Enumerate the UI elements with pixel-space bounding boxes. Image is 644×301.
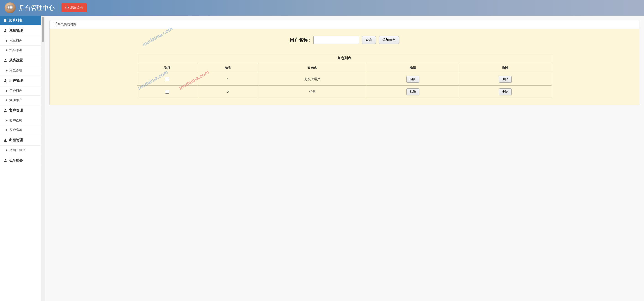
delete-button[interactable]: 删除 bbox=[499, 88, 512, 95]
row-name: 销售 bbox=[258, 86, 366, 98]
panel-header: 角色信息管理 bbox=[50, 20, 639, 29]
menu-group-1[interactable]: 系统设置 bbox=[0, 55, 41, 66]
menu-item-label: 查询出租单 bbox=[9, 148, 25, 152]
col-delete: 删除 bbox=[459, 63, 552, 73]
app-header: 后台管理中心 退出登录 bbox=[0, 0, 644, 16]
menu-group-5[interactable]: 租车服务 bbox=[0, 155, 41, 166]
menu-item-4-0[interactable]: 查询出租单 bbox=[0, 146, 41, 155]
logout-button[interactable]: 退出登录 bbox=[62, 4, 87, 12]
panel-title: 角色信息管理 bbox=[57, 23, 76, 27]
power-icon bbox=[66, 6, 69, 9]
col-name: 角色名 bbox=[258, 63, 366, 73]
edit-icon bbox=[53, 23, 56, 26]
col-select: 选择 bbox=[137, 63, 198, 73]
menu-group-label: 租车服务 bbox=[9, 158, 23, 163]
menu-group-3[interactable]: 客户管理 bbox=[0, 105, 41, 116]
sidebar-scrollbar[interactable] bbox=[41, 16, 45, 301]
menu-item-1-0[interactable]: 角色管理 bbox=[0, 66, 41, 75]
role-table: 角色列表 选择 编号 角色名 编辑 删除 1超级管理员编辑删除2销售编辑删除 bbox=[137, 53, 552, 98]
row-checkbox[interactable] bbox=[165, 90, 169, 94]
user-icon bbox=[4, 159, 7, 162]
caret-right-icon bbox=[6, 49, 8, 51]
user-icon bbox=[4, 109, 7, 112]
caret-right-icon bbox=[6, 120, 8, 122]
menu-item-label: 用户列表 bbox=[9, 89, 22, 93]
menu-item-label: 汽车添加 bbox=[9, 48, 22, 52]
table-header-row: 选择 编号 角色名 编辑 删除 bbox=[137, 63, 552, 73]
row-checkbox[interactable] bbox=[165, 77, 169, 81]
table-row: 1超级管理员编辑删除 bbox=[137, 73, 552, 86]
row-name: 超级管理员 bbox=[258, 73, 366, 86]
search-button[interactable]: 查询 bbox=[362, 36, 376, 44]
user-icon bbox=[4, 29, 7, 33]
search-label: 用户名称 : bbox=[290, 37, 310, 43]
menu-item-label: 客户添加 bbox=[9, 128, 22, 132]
panel: 角色信息管理 用户名称 : 查询 添加角色 角色列表 选择 编号 bbox=[49, 20, 640, 105]
delete-button[interactable]: 删除 bbox=[499, 76, 512, 83]
edit-button[interactable]: 编辑 bbox=[406, 76, 419, 83]
sidebar: 菜单列表 汽车管理汽车列表汽车添加系统设置角色管理用户管理用户列表添加用户客户管… bbox=[0, 16, 41, 301]
col-edit: 编辑 bbox=[367, 63, 459, 73]
panel-body: 用户名称 : 查询 添加角色 角色列表 选择 编号 角色名 编辑 删除 bbox=[50, 29, 639, 105]
user-icon bbox=[4, 79, 7, 83]
add-role-button[interactable]: 添加角色 bbox=[378, 36, 399, 44]
app-title: 后台管理中心 bbox=[19, 4, 54, 12]
menu-item-label: 添加用户 bbox=[9, 98, 22, 102]
menu-group-label: 客户管理 bbox=[9, 108, 23, 113]
col-id: 编号 bbox=[198, 63, 258, 73]
table-title-row: 角色列表 bbox=[137, 53, 552, 63]
search-row: 用户名称 : 查询 添加角色 bbox=[56, 36, 632, 44]
row-id: 2 bbox=[198, 86, 258, 98]
avatar[interactable] bbox=[4, 2, 16, 13]
menu-item-2-1[interactable]: 添加用户 bbox=[0, 96, 41, 105]
menu-item-label: 角色管理 bbox=[9, 69, 22, 73]
scrollbar-thumb[interactable] bbox=[42, 17, 44, 42]
main-content: 角色信息管理 用户名称 : 查询 添加角色 角色列表 选择 编号 bbox=[45, 16, 644, 301]
menu-item-2-0[interactable]: 用户列表 bbox=[0, 86, 41, 96]
menu-group-label: 系统设置 bbox=[9, 58, 23, 63]
list-icon bbox=[4, 20, 6, 22]
row-id: 1 bbox=[198, 73, 258, 86]
table-title: 角色列表 bbox=[137, 53, 552, 63]
user-icon bbox=[4, 139, 7, 142]
caret-right-icon bbox=[6, 70, 8, 72]
menu-group-label: 汽车管理 bbox=[9, 29, 23, 33]
user-icon bbox=[4, 59, 7, 62]
menu-header-label: 菜单列表 bbox=[9, 18, 22, 23]
menu-item-label: 客户查询 bbox=[9, 119, 22, 123]
menu-group-0[interactable]: 汽车管理 bbox=[0, 25, 41, 36]
menu-group-label: 出租管理 bbox=[9, 138, 23, 142]
logout-label: 退出登录 bbox=[70, 6, 83, 10]
menu-header[interactable]: 菜单列表 bbox=[0, 16, 41, 25]
caret-right-icon bbox=[6, 99, 8, 101]
username-input[interactable] bbox=[313, 36, 359, 44]
table-row: 2销售编辑删除 bbox=[137, 86, 552, 98]
menu-group-2[interactable]: 用户管理 bbox=[0, 75, 41, 86]
menu-item-0-1[interactable]: 汽车添加 bbox=[0, 46, 41, 55]
caret-right-icon bbox=[6, 129, 8, 131]
menu-group-label: 用户管理 bbox=[9, 79, 23, 83]
menu-item-3-0[interactable]: 客户查询 bbox=[0, 116, 41, 125]
menu-group-4[interactable]: 出租管理 bbox=[0, 135, 41, 146]
caret-right-icon bbox=[6, 40, 8, 42]
caret-right-icon bbox=[6, 90, 8, 92]
menu-item-label: 汽车列表 bbox=[9, 39, 22, 43]
menu-item-0-0[interactable]: 汽车列表 bbox=[0, 36, 41, 46]
caret-right-icon bbox=[6, 149, 8, 151]
menu-item-3-1[interactable]: 客户添加 bbox=[0, 125, 41, 135]
edit-button[interactable]: 编辑 bbox=[406, 88, 419, 95]
